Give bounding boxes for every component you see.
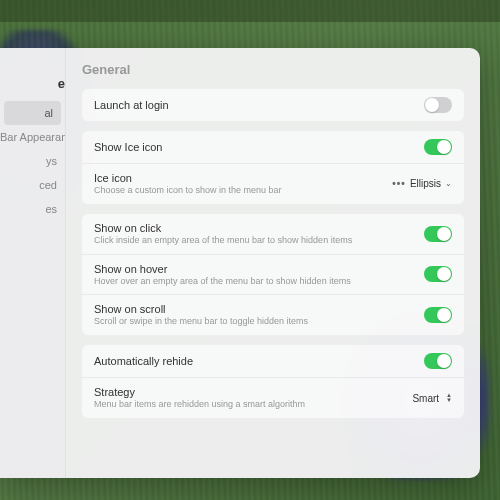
row-show-ice-icon: Show Ice icon [82,131,464,164]
row-launch-at-login: Launch at login [82,89,464,121]
row-show-on-hover: Show on hover Hover over an empty area o… [82,255,464,296]
description: Choose a custom icon to show in the menu… [94,185,382,196]
page-title: General [82,62,464,77]
label: Strategy [94,386,402,398]
sidebar-item-updates[interactable]: es [0,197,65,221]
label: Ice icon [94,172,382,184]
label: Automatically rehide [94,355,414,367]
sidebar-item-hotkeys[interactable]: ys [0,149,65,173]
dropdown-ice-icon[interactable]: ••• Ellipsis ⌄ [392,178,452,189]
label: Show Ice icon [94,141,414,153]
row-ice-icon: Ice icon Choose a custom icon to show in… [82,164,464,204]
label: Show on scroll [94,303,414,315]
group-show: Show on click Click inside an empty area… [82,214,464,335]
group-rehide: Automatically rehide Strategy Menu bar i… [82,345,464,418]
row-strategy: Strategy Menu bar items are rehidden usi… [82,378,464,418]
label: Launch at login [94,99,414,111]
toggle-show-on-scroll[interactable] [424,307,452,323]
sidebar-item-general[interactable]: al [4,101,61,125]
label: Show on click [94,222,414,234]
app-title: e [0,76,65,101]
ellipsis-icon: ••• [392,178,406,189]
select-strategy[interactable]: Smart ▲▼ [412,393,452,404]
content-pane: General Launch at login Show Ice icon Ic… [66,48,480,478]
updown-icon: ▲▼ [446,393,452,403]
toggle-auto-rehide[interactable] [424,353,452,369]
sidebar: e al Bar Appearance ys ced es [0,48,66,478]
description: Click inside an empty area of the menu b… [94,235,414,246]
group-launch: Launch at login [82,89,464,121]
toggle-show-ice-icon[interactable] [424,139,452,155]
row-show-on-click: Show on click Click inside an empty area… [82,214,464,255]
row-auto-rehide: Automatically rehide [82,345,464,378]
dropdown-value: Ellipsis [410,178,441,189]
toggle-launch-at-login[interactable] [424,97,452,113]
select-value: Smart [412,393,439,404]
menu-bar [0,0,500,22]
group-icon: Show Ice icon Ice icon Choose a custom i… [82,131,464,204]
description: Scroll or swipe in the menu bar to toggl… [94,316,414,327]
description: Hover over an empty area of the menu bar… [94,276,414,287]
sidebar-item-menu-bar-appearance[interactable]: Bar Appearance [0,125,65,149]
row-show-on-scroll: Show on scroll Scroll or swipe in the me… [82,295,464,335]
chevron-down-icon: ⌄ [445,179,452,188]
toggle-show-on-click[interactable] [424,226,452,242]
toggle-show-on-hover[interactable] [424,266,452,282]
sidebar-item-advanced[interactable]: ced [0,173,65,197]
label: Show on hover [94,263,414,275]
preferences-window: e al Bar Appearance ys ced es General La… [0,48,480,478]
description: Menu bar items are rehidden using a smar… [94,399,402,410]
